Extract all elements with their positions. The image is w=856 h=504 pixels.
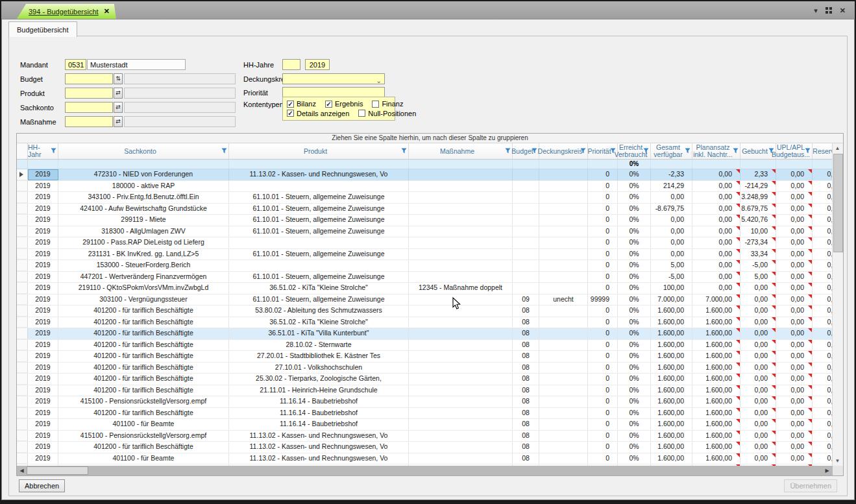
cell-gebucht[interactable]: 0,00: [740, 294, 776, 306]
cell-res[interactable]: 0,00: [813, 396, 832, 407]
horizontal-scroll-thumb[interactable]: [27, 466, 88, 475]
table-row[interactable]: 2019447201 - Wertveränderg Finanzvermöge…: [17, 272, 832, 283]
column-header-prio[interactable]: Priorität: [588, 143, 618, 159]
table-row[interactable]: 2019401200 - für tariflich Beschäftigte5…: [17, 306, 832, 317]
cell-prio[interactable]: 0: [588, 328, 618, 339]
cell-massnahme[interactable]: 12345 - Maßnahme doppelt: [409, 283, 513, 294]
massnahme-input[interactable]: [65, 116, 113, 127]
cell-budget[interactable]: 08: [513, 431, 539, 442]
cell-budget[interactable]: [513, 169, 539, 180]
cell-res[interactable]: 0,00: [813, 374, 832, 385]
cell-gebucht[interactable]: 0,00: [740, 385, 776, 396]
cell-sachkonto[interactable]: 180000 - aktive RAP: [58, 181, 229, 192]
cell-sachkonto[interactable]: 401200 - für tariflich Beschäftigte: [58, 442, 229, 453]
cell-plan[interactable]: 0,00: [692, 204, 740, 215]
produkt-input[interactable]: [65, 88, 113, 99]
cell-massnahme[interactable]: [409, 374, 513, 385]
cell-sachkonto[interactable]: 401200 - für tariflich Beschäftigte: [58, 351, 229, 362]
cell-sachkonto[interactable]: 401200 - für tariflich Beschäftigte: [58, 306, 229, 317]
cell-budget[interactable]: [513, 260, 539, 271]
cell-prio[interactable]: 99999: [588, 294, 618, 306]
filter-icon[interactable]: [685, 148, 691, 154]
column-header-plan[interactable]: Planansatzinkl. Nachtr...: [692, 143, 740, 159]
cell-prio[interactable]: 0: [588, 385, 618, 396]
cell-res[interactable]: 0,00: [813, 283, 832, 294]
cell-gebucht[interactable]: 0,00: [740, 419, 776, 430]
cell-sachkonto[interactable]: 219110 - QKtoSPokmVorsVMm.invZwbgLd: [58, 283, 229, 294]
cell-gesamt[interactable]: 1.600,00: [651, 385, 692, 396]
filter-icon[interactable]: [643, 148, 649, 154]
cell-dk[interactable]: [539, 226, 588, 237]
cell-plan[interactable]: 0,00: [692, 272, 740, 283]
cell-produkt[interactable]: 61.10.01 - Steuern, allgemeine Zuweisung…: [229, 226, 409, 237]
cell-plan[interactable]: 1.600,00: [692, 396, 740, 407]
cell-upl[interactable]: 0,00: [776, 169, 813, 180]
table-row[interactable]: 2019401100 - für Beamte11.13.02 - Kassen…: [17, 453, 832, 465]
filter-icon[interactable]: [805, 148, 811, 154]
table-row[interactable]: 2019401200 - für tariflich Beschäftigte3…: [17, 328, 832, 340]
cell-jahr[interactable]: 2019: [28, 317, 58, 328]
filter-icon[interactable]: [221, 148, 227, 154]
cell-erreicht[interactable]: 0%: [618, 294, 651, 306]
checkbox-null-positionen[interactable]: Null-Positionen: [358, 110, 416, 117]
cell-plan[interactable]: 1.600,00: [692, 317, 740, 328]
filter-icon[interactable]: [733, 148, 739, 154]
cell-massnahme[interactable]: [409, 260, 513, 271]
cell-gebucht[interactable]: 33,34: [740, 249, 776, 260]
cell-produkt[interactable]: 36.51.01 - KiTa "Villa Kunterbunt": [229, 328, 409, 339]
cell-dk[interactable]: [539, 181, 588, 192]
column-header-gesamt[interactable]: Gesamtverfügbar: [651, 143, 692, 159]
cell-erreicht[interactable]: 0%: [618, 374, 651, 385]
table-row[interactable]: 2019219110 - QKtoSPokmVorsVMm.invZwbgLd3…: [17, 283, 832, 294]
cell-upl[interactable]: 0,00: [776, 272, 813, 283]
cell-massnahme[interactable]: [409, 431, 513, 442]
cell-plan[interactable]: 1.600,00: [692, 442, 740, 453]
cell-gesamt[interactable]: 214,29: [651, 181, 692, 192]
cell-gebucht[interactable]: -273,34: [740, 237, 776, 248]
cell-massnahme[interactable]: [409, 226, 513, 237]
horizontal-scrollbar[interactable]: ◀ ▶: [17, 466, 843, 475]
cell-budget[interactable]: [513, 283, 539, 294]
hh-jahr-filter-input[interactable]: [282, 59, 300, 70]
cell-plan[interactable]: 0,00: [692, 169, 740, 180]
cell-jahr[interactable]: 2019: [28, 431, 58, 442]
cell-plan[interactable]: 0,00: [692, 226, 740, 237]
cell-massnahme[interactable]: [409, 215, 513, 226]
cell-produkt[interactable]: 27.10.01 - Volkshochschulen: [229, 363, 409, 374]
vertical-scrollbar[interactable]: ▲ ▼: [832, 143, 843, 466]
cell-prio[interactable]: 0: [588, 181, 618, 192]
cell-erreicht[interactable]: 0%: [618, 408, 651, 419]
cell-budget[interactable]: [513, 226, 539, 237]
cell-plan[interactable]: 1.600,00: [692, 419, 740, 430]
cell-erreicht[interactable]: 0%: [618, 204, 651, 215]
cell-massnahme[interactable]: [409, 306, 513, 317]
cell-produkt[interactable]: [229, 260, 409, 271]
cell-gesamt[interactable]: 0,00: [651, 215, 692, 226]
cell-erreicht[interactable]: 0%: [618, 226, 651, 237]
cell-gebucht[interactable]: 0,00: [740, 363, 776, 374]
cell-upl[interactable]: 0,00: [776, 226, 813, 237]
cell-gebucht[interactable]: 2,33: [740, 169, 776, 180]
cell-gebucht[interactable]: 0,00: [740, 453, 776, 464]
column-header-jahr[interactable]: HH-Jahr: [28, 143, 58, 159]
cell-dk[interactable]: [539, 328, 588, 339]
cell-produkt[interactable]: 11.13.02 - Kassen- und Rechnungswesen, V…: [229, 169, 409, 180]
cell-plan[interactable]: 0,00: [692, 260, 740, 271]
cell-plan[interactable]: 0,00: [692, 237, 740, 248]
cell-sachkonto[interactable]: 343100 - Priv.Entg.fd.Benutz.öfftl.Ein: [58, 192, 229, 203]
cell-upl[interactable]: 0,00: [776, 351, 813, 362]
table-row[interactable]: 2019415100 - PensionsrückstellgVersorg.e…: [17, 396, 832, 408]
cell-budget[interactable]: [513, 181, 539, 192]
filter-icon[interactable]: [532, 148, 537, 154]
cell-upl[interactable]: 0,00: [776, 192, 813, 203]
cell-gesamt[interactable]: 1.600,00: [651, 363, 692, 374]
cell-res[interactable]: 0,00: [813, 328, 832, 339]
cell-jahr[interactable]: 2019: [28, 351, 58, 362]
cell-sachkonto[interactable]: 401100 - für Beamte: [58, 419, 229, 430]
column-header-budget[interactable]: Budget: [513, 143, 539, 159]
column-header-res[interactable]: Reservi...: [813, 143, 832, 159]
produkt-lookup-button[interactable]: ⇄: [114, 88, 123, 99]
cell-prio[interactable]: 0: [588, 317, 618, 328]
cell-erreicht[interactable]: 0%: [618, 328, 651, 339]
cell-gebucht[interactable]: 0,00: [740, 396, 776, 407]
